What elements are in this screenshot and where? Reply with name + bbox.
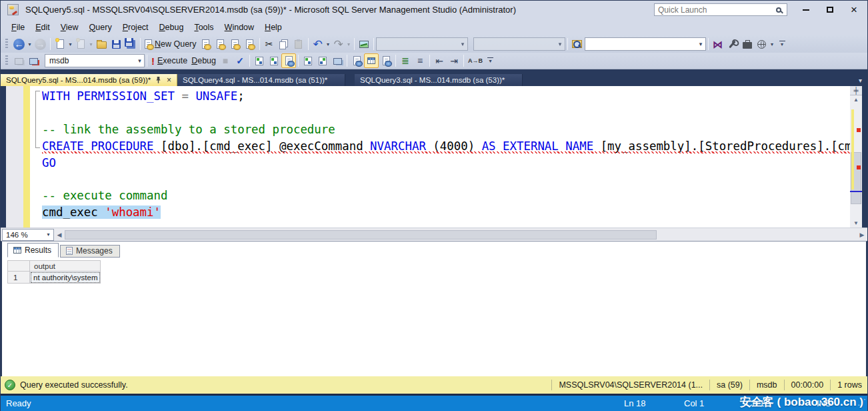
paste-button[interactable] [291, 37, 306, 51]
toolbar-combobox-1: ▾ [376, 37, 468, 51]
mdx-query-button[interactable] [213, 37, 228, 51]
tab-sqlquery4[interactable]: SQLQuery4.sql - MS...014.msdb (sa (51))* [177, 74, 345, 86]
increase-indent-button[interactable]: ⇥ [447, 53, 461, 68]
quick-launch-box[interactable] [654, 3, 787, 16]
indicator-margin[interactable] [6, 86, 23, 228]
add-item-button[interactable] [73, 37, 88, 51]
new-query-button[interactable]: New Query [143, 37, 199, 51]
zoom-combobox[interactable]: 146 % ▾ [2, 229, 54, 241]
scroll-right-icon[interactable]: ▶ [857, 232, 867, 238]
toolbar-options-chevron[interactable]: ▾ [779, 41, 785, 47]
redo-caret[interactable]: ▾ [346, 41, 352, 47]
find-button[interactable] [570, 37, 585, 51]
menu-view[interactable]: View [55, 21, 84, 34]
scroll-left-icon[interactable]: ◀ [54, 232, 65, 238]
tab-list-chevron-icon[interactable]: ▾ [859, 74, 867, 86]
pin-icon[interactable] [155, 76, 161, 85]
back-dropdown-caret[interactable]: ▾ [27, 41, 33, 47]
scroll-up-icon[interactable]: ▲ [850, 95, 862, 104]
save-button[interactable] [109, 37, 123, 51]
menu-edit[interactable]: Edit [30, 21, 55, 34]
undo-button[interactable]: ↶ [311, 37, 325, 51]
open-file-button[interactable] [94, 37, 109, 51]
intellisense-button[interactable] [281, 53, 296, 68]
hscroll-thumb[interactable] [65, 230, 657, 240]
redo-button[interactable]: ↷ [331, 37, 346, 51]
menu-help[interactable]: Help [259, 21, 287, 34]
parse-button[interactable]: ✓ [233, 53, 247, 68]
activity-monitor-button[interactable] [357, 37, 371, 51]
results-to-text-button[interactable] [349, 53, 364, 68]
login-name: sa (59) [710, 380, 749, 390]
estimated-plan-button[interactable] [252, 53, 267, 68]
quick-launch-input[interactable] [655, 5, 776, 15]
available-databases-combobox[interactable]: msdb ▾ [45, 54, 145, 67]
cancel-query-button[interactable]: ■ [218, 53, 233, 68]
database-engine-query-button[interactable] [199, 37, 213, 51]
new-item-button[interactable] [53, 37, 67, 51]
results-to-file-button[interactable] [379, 53, 393, 68]
decrease-indent-button[interactable]: ⇤ [432, 53, 447, 68]
menu-file[interactable]: File [6, 21, 30, 34]
change-connection-button[interactable] [26, 53, 41, 68]
tab-results[interactable]: Results [7, 243, 59, 258]
query-options-button[interactable] [267, 53, 281, 68]
web-browser-caret[interactable]: ▾ [769, 41, 775, 47]
hscroll-track[interactable] [65, 230, 855, 240]
menu-query[interactable]: Query [84, 21, 117, 34]
scroll-down-icon[interactable]: ▼ [850, 219, 862, 228]
new-item-caret[interactable]: ▾ [67, 41, 73, 47]
xmla-query-button[interactable] [243, 37, 257, 51]
navigate-forward-button[interactable]: → [33, 37, 48, 51]
minimize-button[interactable] [797, 3, 815, 17]
toolbar2-options-chevron[interactable]: ▾ [487, 57, 493, 64]
dmx-query-button[interactable] [228, 37, 243, 51]
toolbox-button[interactable] [740, 37, 755, 51]
new-item-icon [57, 39, 64, 49]
client-statistics-button[interactable] [315, 53, 330, 68]
web-browser-button[interactable] [755, 37, 769, 51]
decrease-indent-icon: ⇤ [435, 56, 443, 65]
results-to-grid-button[interactable] [364, 53, 379, 68]
debug-button[interactable]: Debug [189, 53, 218, 68]
menu-tools[interactable]: Tools [189, 21, 219, 34]
tab-sqlquery5[interactable]: SQLQuery5.sql - MS...014.msdb (sa (59))*… [1, 74, 177, 86]
sqlcmd-mode-button[interactable] [330, 53, 345, 68]
tab-close-icon[interactable]: × [167, 75, 171, 85]
navigate-back-button[interactable]: ← [11, 37, 27, 51]
save-all-button[interactable] [123, 37, 138, 51]
tab-sqlquery3[interactable]: SQLQuery3.sql - MS...014.msdb (sa (53))* [355, 74, 523, 86]
find-combobox[interactable]: ▾ [585, 37, 706, 51]
customize-button[interactable] [725, 37, 740, 51]
title-bar[interactable]: SQLQuery5.sql - MSSQLSRV04\SQLSERVER2014… [1, 1, 867, 19]
menu-window[interactable]: Window [219, 21, 259, 34]
result-cell-output[interactable]: nt authority\system [30, 272, 101, 284]
toolbar-grip[interactable] [5, 39, 8, 49]
close-button[interactable]: × [845, 3, 863, 17]
column-header-output[interactable]: output [30, 260, 101, 272]
toolbar-grip-2[interactable] [5, 55, 8, 66]
back-icon: ← [13, 39, 25, 50]
vscroll-track[interactable] [850, 104, 862, 219]
uncomment-button[interactable]: ≡ [413, 53, 427, 68]
add-item-caret[interactable]: ▾ [88, 41, 94, 47]
menu-debug[interactable]: Debug [154, 21, 189, 34]
connect-button[interactable] [11, 53, 26, 68]
execute-button[interactable]: ! Execute [149, 53, 189, 68]
menu-project[interactable]: Project [117, 21, 154, 34]
row-header-1[interactable]: 1 [7, 272, 30, 284]
code-editor[interactable]: WITH PERMISSION_SET = UNSAFE; -- link th… [30, 86, 850, 228]
mdx-query-icon [217, 39, 224, 49]
grid-corner-cell[interactable] [7, 260, 30, 272]
copy-button[interactable] [277, 37, 291, 51]
vertical-scrollbar[interactable]: ╪ ▲ ▼ [850, 86, 862, 228]
comment-button[interactable]: ≣ [398, 53, 413, 68]
template-parameters-button[interactable]: A→B [466, 53, 485, 68]
cut-button[interactable]: ✂ [262, 37, 277, 51]
tab-messages[interactable]: Messages [60, 245, 120, 258]
feedback-button[interactable]: ⋈ [711, 37, 725, 51]
actual-plan-button[interactable] [301, 53, 315, 68]
splitter-handle[interactable]: ╪ [850, 86, 862, 95]
undo-caret[interactable]: ▾ [325, 41, 331, 47]
maximize-button[interactable] [821, 3, 839, 17]
